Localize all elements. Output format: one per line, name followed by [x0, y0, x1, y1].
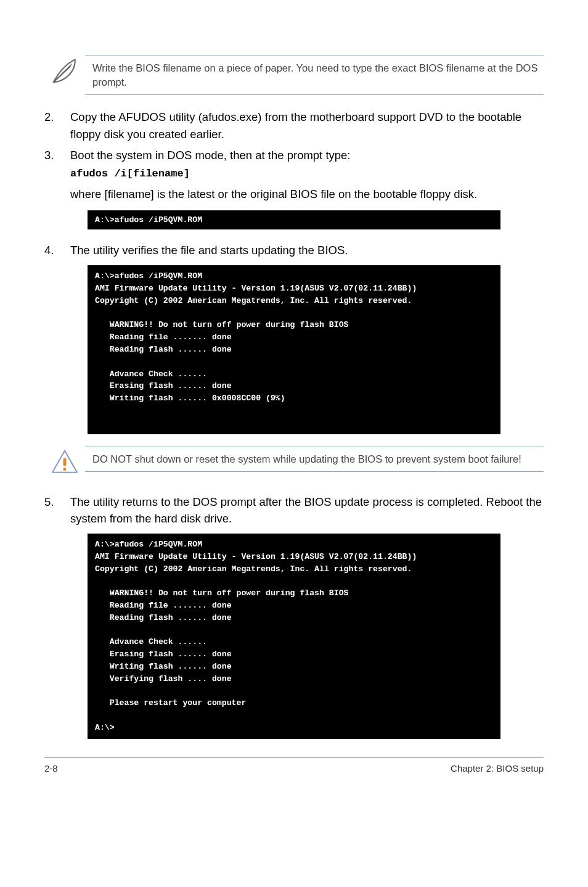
step-number: 2. [44, 109, 70, 143]
step-text: The utility returns to the DOS prompt af… [70, 493, 544, 528]
note-block: Write the BIOS filename on a piece of pa… [44, 56, 544, 95]
svg-rect-0 [63, 458, 67, 466]
step-text: Copy the AFUDOS utility (afudos.exe) fro… [70, 109, 544, 143]
terminal-output-1: A:\>afudos /iP5QVM.ROM [88, 210, 500, 230]
where-paragraph: where [filename] is the latest or the or… [70, 186, 544, 203]
note-text: Write the BIOS filename on a piece of pa… [85, 56, 544, 95]
step-5: 5. The utility returns to the DOS prompt… [44, 493, 544, 528]
step-number: 5. [44, 493, 70, 528]
page-footer: 2-8 Chapter 2: BIOS setup [44, 757, 544, 774]
step-4: 4. The utility verifies the file and sta… [44, 242, 544, 259]
step-text: Boot the system in DOS mode, then at the… [70, 149, 351, 162]
caution-icon [49, 447, 80, 480]
terminal-output-2: A:\>afudos /iP5QVM.ROM AMI Firmware Upda… [88, 265, 500, 434]
page-number: 2-8 [44, 763, 58, 774]
svg-point-1 [63, 468, 67, 471]
warning-text: DO NOT shut down or reset the system whi… [85, 447, 544, 472]
step-3: 3. Boot the system in DOS mode, then at … [44, 147, 544, 182]
warning-block: DO NOT shut down or reset the system whi… [44, 447, 544, 480]
command-text: afudos /i[filename] [70, 166, 544, 182]
chapter-title: Chapter 2: BIOS setup [451, 763, 544, 774]
feather-icon [49, 56, 80, 89]
terminal-output-3: A:\>afudos /iP5QVM.ROM AMI Firmware Upda… [88, 534, 500, 739]
step-2: 2. Copy the AFUDOS utility (afudos.exe) … [44, 109, 544, 143]
step-number: 3. [44, 147, 70, 182]
step-number: 4. [44, 242, 70, 259]
step-text: The utility verifies the file and starts… [70, 242, 544, 259]
